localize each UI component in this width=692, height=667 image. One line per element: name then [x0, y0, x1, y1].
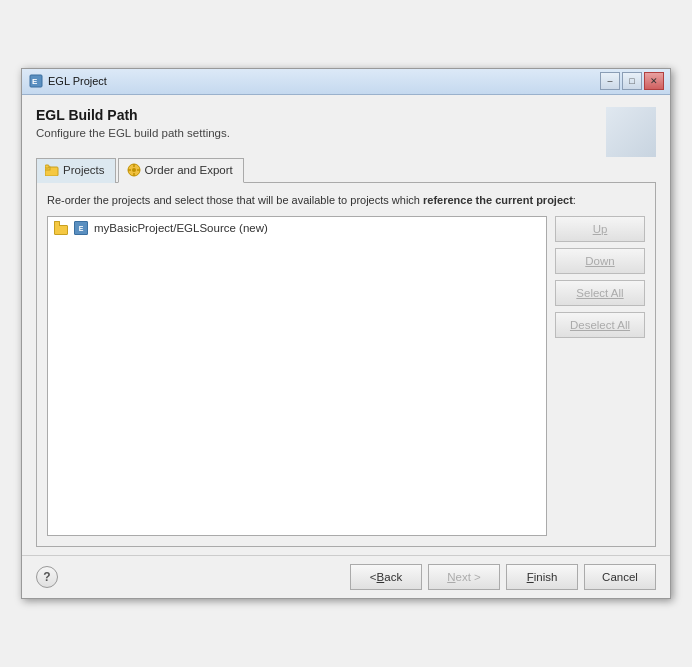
tab-projects[interactable]: Projects — [36, 158, 116, 183]
maximize-button[interactable]: □ — [622, 72, 642, 90]
main-window: E EGL Project – □ ✕ EGL Build Path Confi… — [21, 68, 671, 599]
bottom-bar: ? < Back Next > Finish Cancel — [22, 555, 670, 598]
svg-text:E: E — [32, 77, 38, 86]
order-export-tab-icon — [127, 163, 141, 177]
down-button[interactable]: Down — [555, 248, 645, 274]
svg-rect-4 — [45, 165, 49, 168]
minimize-button[interactable]: – — [600, 72, 620, 90]
window-icon: E — [28, 73, 44, 89]
header-decoration — [606, 107, 656, 157]
close-button[interactable]: ✕ — [644, 72, 664, 90]
header-text: EGL Build Path Configure the EGL build p… — [36, 107, 606, 153]
cancel-button[interactable]: Cancel — [584, 564, 656, 590]
list-item[interactable]: E myBasicProject/EGLSource (new) — [50, 219, 544, 237]
projects-tab-icon — [45, 163, 59, 177]
tab-projects-label: Projects — [63, 164, 105, 176]
bottom-left: ? — [36, 566, 58, 588]
deselect-all-button[interactable]: Deselect All — [555, 312, 645, 338]
bottom-right: < Back Next > Finish Cancel — [350, 564, 656, 590]
content-area: E myBasicProject/EGLSource (new) Up Down… — [47, 216, 645, 536]
header-area: EGL Build Path Configure the EGL build p… — [36, 107, 656, 157]
title-bar: E EGL Project – □ ✕ — [22, 69, 670, 95]
list-item-label: myBasicProject/EGLSource (new) — [94, 222, 268, 234]
page-subtitle: Configure the EGL build path settings. — [36, 127, 606, 139]
tab-bar: Projects Order and Expor — [36, 157, 656, 183]
main-content: EGL Build Path Configure the EGL build p… — [22, 95, 670, 555]
page-title: EGL Build Path — [36, 107, 606, 123]
side-buttons: Up Down Select All Deselect All — [555, 216, 645, 536]
list-item-icon: E — [54, 221, 90, 235]
tab-description: Re-order the projects and select those t… — [47, 193, 645, 208]
up-button[interactable]: Up — [555, 216, 645, 242]
tab-order-export[interactable]: Order and Export — [118, 158, 244, 183]
window-title: EGL Project — [48, 75, 600, 87]
svg-point-6 — [132, 168, 136, 172]
select-all-button[interactable]: Select All — [555, 280, 645, 306]
next-button[interactable]: Next > — [428, 564, 500, 590]
back-button[interactable]: < Back — [350, 564, 422, 590]
window-controls: – □ ✕ — [600, 72, 664, 90]
project-list[interactable]: E myBasicProject/EGLSource (new) — [47, 216, 547, 536]
tab-content: Re-order the projects and select those t… — [36, 183, 656, 547]
tabs-container: Projects Order and Expor — [36, 157, 656, 547]
tab-order-export-label: Order and Export — [145, 164, 233, 176]
finish-button[interactable]: Finish — [506, 564, 578, 590]
help-button[interactable]: ? — [36, 566, 58, 588]
